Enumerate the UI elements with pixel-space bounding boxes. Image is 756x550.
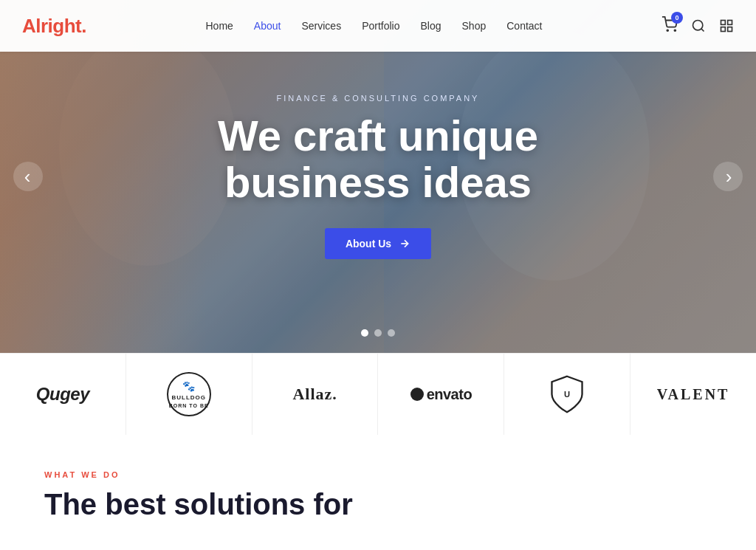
logo-bulldog-text: BULLDOG <box>171 394 206 402</box>
logo-envato: envato <box>378 354 504 435</box>
logo-envato-text: envato <box>410 386 472 403</box>
logo-qugey: Qugey <box>0 354 126 435</box>
nav-about[interactable]: About <box>254 19 281 32</box>
bottom-title: The best solutions for <box>44 488 712 520</box>
logo-bulldog-circle: 🐾 BULLDOG BORN TO BE <box>167 372 211 416</box>
hero-cta-label: About Us <box>346 238 391 250</box>
nav-contact[interactable]: Contact <box>506 19 542 32</box>
hero-prev-button[interactable]: ‹ <box>13 162 43 191</box>
hero-section: Finance & Consulting Company We craft un… <box>0 0 756 353</box>
bottom-section: WHAT WE DO The best solutions for <box>0 435 756 535</box>
svg-point-2 <box>693 21 702 30</box>
nav-home[interactable]: Home <box>206 19 233 32</box>
svg-rect-4 <box>721 21 725 25</box>
slider-dots <box>361 329 395 337</box>
hero-title-line1: We craft unique <box>218 111 538 159</box>
svg-rect-7 <box>728 27 732 32</box>
logo-allaz: Allaz. <box>252 354 379 435</box>
hero-title: We craft unique business ideas <box>218 113 538 205</box>
svg-line-3 <box>701 29 704 32</box>
brand-name: Alright <box>22 15 81 37</box>
logo-valent-text: VALENT <box>657 386 730 403</box>
grid-menu-button[interactable] <box>719 18 734 33</box>
nav-blog[interactable]: Blog <box>421 19 441 32</box>
logo-bulldog: 🐾 BULLDOG BORN TO BE <box>126 354 252 435</box>
hero-title-line2: business ideas <box>224 158 532 206</box>
logo-bulldog-sub: BORN TO BE <box>169 402 209 409</box>
nav-portfolio[interactable]: Portfolio <box>362 19 399 32</box>
navbar-icons: 0 <box>662 16 734 35</box>
svg-rect-6 <box>721 27 725 32</box>
nav-services[interactable]: Services <box>301 19 341 32</box>
logo-valent: VALENT <box>630 354 756 435</box>
search-icon <box>691 18 706 33</box>
chevron-right-icon: › <box>726 167 732 186</box>
chevron-left-icon: ‹ <box>24 167 31 186</box>
hero-cta-button[interactable]: About Us <box>325 228 431 259</box>
hero-content: Finance & Consulting Company We craft un… <box>0 0 756 353</box>
svg-point-1 <box>674 30 676 31</box>
brand-logo[interactable]: Alright. <box>22 15 86 38</box>
navbar: Alright. Home About Services Portfolio B… <box>0 0 756 52</box>
logo-shield: U <box>504 354 630 435</box>
brand-dot: . <box>81 15 86 37</box>
dot-3[interactable] <box>388 329 395 337</box>
dot-2[interactable] <box>374 329 382 337</box>
arrow-right-icon <box>399 238 410 250</box>
shield-icon: U <box>548 374 586 415</box>
logo-allaz-text: Allaz. <box>292 385 337 404</box>
hero-next-button[interactable]: › <box>713 162 743 191</box>
svg-point-0 <box>667 30 668 31</box>
search-button[interactable] <box>691 18 706 33</box>
dot-1[interactable] <box>361 329 368 337</box>
bulldog-icon: 🐾 <box>182 379 196 393</box>
envato-dot-icon <box>410 388 424 401</box>
logos-strip: Qugey 🐾 BULLDOG BORN TO BE Allaz. envato… <box>0 353 756 435</box>
cart-button[interactable]: 0 <box>662 16 678 35</box>
cart-badge: 0 <box>671 12 683 24</box>
svg-rect-5 <box>728 21 732 25</box>
logo-shield-shape: U <box>548 374 586 415</box>
nav-links: Home About Services Portfolio Blog Shop … <box>206 19 543 32</box>
nav-shop[interactable]: Shop <box>462 19 487 32</box>
svg-point-13 <box>410 388 424 401</box>
hero-subtitle: Finance & Consulting Company <box>277 94 480 103</box>
grid-icon <box>719 18 734 33</box>
logo-qugey-text: Qugey <box>36 384 89 405</box>
what-we-do-eyebrow: WHAT WE DO <box>44 470 712 479</box>
svg-text:U: U <box>564 390 570 399</box>
